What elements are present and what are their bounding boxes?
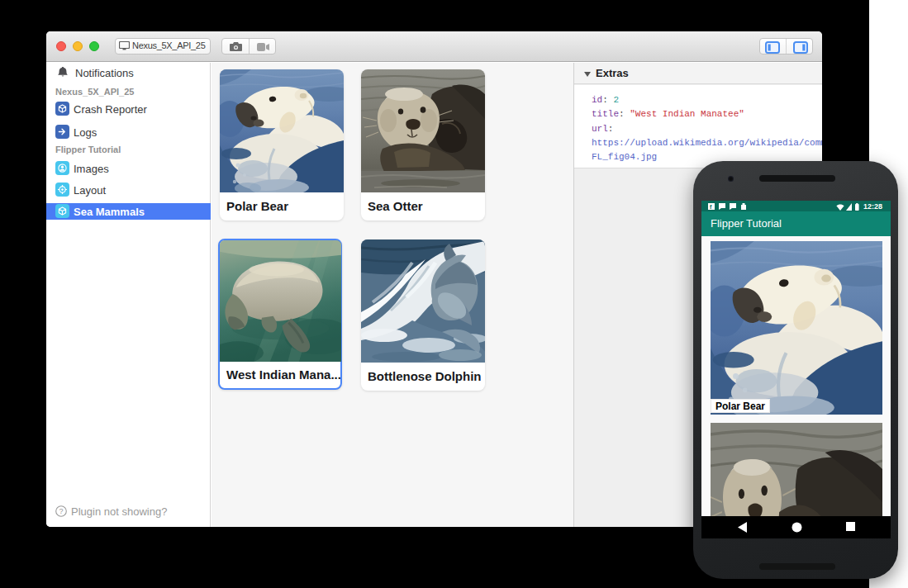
svg-text:?: ? [59, 507, 63, 515]
